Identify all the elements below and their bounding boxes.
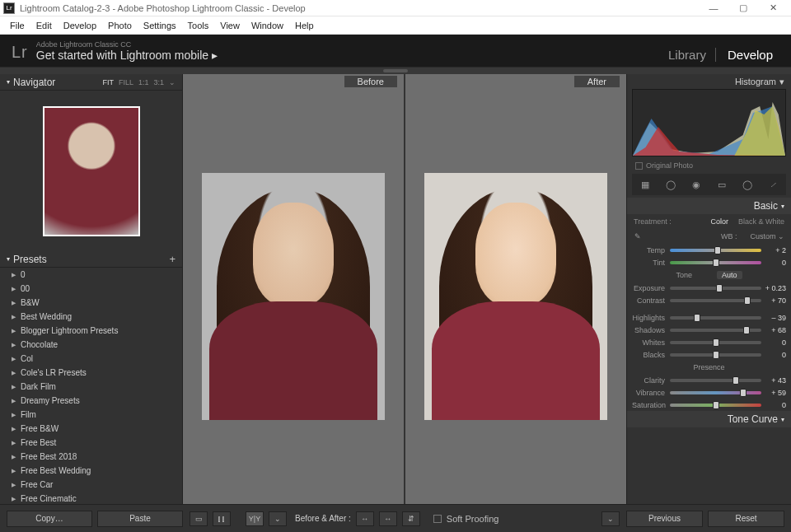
slider-blacks[interactable]: Blacks0 xyxy=(627,348,791,361)
treatment-color[interactable]: Color xyxy=(710,217,728,226)
reset-button[interactable]: Reset xyxy=(708,511,784,527)
slider-handle[interactable] xyxy=(714,246,721,254)
slider-handle[interactable] xyxy=(716,284,723,292)
slider-track[interactable] xyxy=(670,353,761,357)
slider-track[interactable] xyxy=(670,287,761,290)
slider-track[interactable] xyxy=(670,391,761,394)
menu-photo[interactable]: Photo xyxy=(103,19,137,32)
slider-handle[interactable] xyxy=(694,314,700,322)
view-ba-h-icon[interactable]: ⫿⫿ xyxy=(213,511,231,526)
after-photo[interactable] xyxy=(404,89,626,504)
menu-help[interactable]: Help xyxy=(290,19,319,32)
preset-item[interactable]: ▶Best Wedding xyxy=(0,310,182,324)
top-divider[interactable] xyxy=(0,68,791,74)
preset-item[interactable]: ▶Col xyxy=(0,352,182,366)
slider-track[interactable] xyxy=(670,261,761,264)
ba-action1-icon[interactable]: ↔ xyxy=(356,511,374,526)
before-photo[interactable] xyxy=(183,89,404,504)
slider-track[interactable] xyxy=(670,379,761,382)
slider-exposure[interactable]: Exposure+ 0.23 xyxy=(627,282,791,294)
view-ba-split-icon[interactable]: Y|Y xyxy=(246,511,264,526)
zoom-fit[interactable]: FIT xyxy=(102,78,114,86)
preset-item[interactable]: ▶Blogger Lightroom Presets xyxy=(0,324,182,338)
navigator-preview[interactable] xyxy=(0,91,182,251)
brush-icon[interactable]: ⟋ xyxy=(765,176,781,193)
footer-disclose-icon[interactable]: ⌄ xyxy=(601,511,620,526)
presets-header[interactable]: ▾ Presets + xyxy=(0,251,182,268)
menu-window[interactable]: Window xyxy=(246,19,288,32)
slider-highlights[interactable]: Highlights– 39 xyxy=(627,311,791,324)
wb-dropper-icon[interactable]: ✎ xyxy=(630,229,645,244)
slider-vibrance[interactable]: Vibrance+ 59 xyxy=(627,386,791,399)
menu-file[interactable]: File xyxy=(5,19,30,32)
slider-track[interactable] xyxy=(670,316,761,320)
histogram-header[interactable]: Histogram▾ xyxy=(627,74,791,89)
preset-item[interactable]: ▶Film xyxy=(0,408,182,422)
slider-shadows[interactable]: Shadows+ 68 xyxy=(627,324,791,336)
redeye-icon[interactable]: ◉ xyxy=(688,176,704,193)
preset-item[interactable]: ▶Dreamy Presets xyxy=(0,394,182,408)
module-library[interactable]: Library xyxy=(662,48,713,62)
slider-track[interactable] xyxy=(670,329,761,332)
slider-saturation[interactable]: Saturation0 xyxy=(627,399,791,411)
slider-handle[interactable] xyxy=(713,259,719,267)
wb-dropdown[interactable]: Custom ⌄ xyxy=(750,232,784,240)
preset-item[interactable]: ▶0 xyxy=(0,268,182,282)
slider-tint[interactable]: Tint0 xyxy=(627,256,791,268)
preset-item[interactable]: ▶Free Best 2018 xyxy=(0,450,182,464)
view-loupe-icon[interactable]: ▭ xyxy=(190,511,208,526)
ba-dropdown-icon[interactable]: ⌄ xyxy=(269,511,287,526)
treatment-bw[interactable]: Black & White xyxy=(738,217,784,226)
slider-clarity[interactable]: Clarity+ 43 xyxy=(627,374,791,386)
preset-item[interactable]: ▶Dark Film xyxy=(0,380,182,394)
slider-track[interactable] xyxy=(670,341,761,344)
slider-handle[interactable] xyxy=(744,296,751,305)
copy-button[interactable]: Copy… xyxy=(7,511,92,527)
slider-handle[interactable] xyxy=(740,389,747,397)
basic-header[interactable]: Basic▾ xyxy=(627,198,791,214)
preset-item[interactable]: ▶Cole's LR Presets xyxy=(0,366,182,380)
header-cta[interactable]: Get started with Lightroom mobile ▸ xyxy=(36,49,218,62)
window-maximize[interactable]: ▢ xyxy=(728,0,758,16)
window-minimize[interactable]: — xyxy=(699,0,728,16)
tonecurve-header[interactable]: Tone Curve▾ xyxy=(627,411,791,427)
menu-view[interactable]: View xyxy=(215,19,245,32)
previous-button[interactable]: Previous xyxy=(626,511,703,527)
slider-handle[interactable] xyxy=(743,326,750,334)
slider-handle[interactable] xyxy=(732,376,739,385)
preset-item[interactable]: ▶B&W xyxy=(0,296,182,310)
zoom-fill[interactable]: FILL xyxy=(119,78,133,86)
preset-item[interactable]: ▶Free B&W xyxy=(0,422,182,436)
slider-temp[interactable]: Temp+ 2 xyxy=(627,244,791,256)
add-preset-icon[interactable]: + xyxy=(169,253,176,265)
slider-contrast[interactable]: Contrast+ 70 xyxy=(627,294,791,306)
zoom-3-1[interactable]: 3:1 xyxy=(153,78,164,86)
grad-icon[interactable]: ▭ xyxy=(714,176,730,193)
preset-item[interactable]: ▶Free Best xyxy=(0,436,182,450)
preset-item[interactable]: ▶Free Car xyxy=(0,478,182,492)
slider-track[interactable] xyxy=(670,249,761,252)
paste-button[interactable]: Paste xyxy=(97,511,183,527)
module-develop[interactable]: Develop xyxy=(715,48,779,62)
preset-item[interactable]: ▶Free Best Wedding xyxy=(0,464,182,478)
slider-track[interactable] xyxy=(670,299,761,302)
slider-track[interactable] xyxy=(670,404,761,407)
ba-action2-icon[interactable]: ↔ xyxy=(379,511,397,526)
slider-whites[interactable]: Whites0 xyxy=(627,336,791,348)
radial-icon[interactable]: ◯ xyxy=(739,176,756,193)
spot-icon[interactable]: ◯ xyxy=(662,176,679,193)
menu-edit[interactable]: Edit xyxy=(31,19,57,32)
menu-settings[interactable]: Settings xyxy=(138,19,181,32)
histogram[interactable] xyxy=(632,89,786,156)
ba-swap-icon[interactable]: ⇵ xyxy=(402,511,420,526)
zoom-more-icon[interactable]: ⌄ xyxy=(169,78,176,86)
navigator-header[interactable]: ▾ Navigator FIT FILL 1:1 3:1 ⌄ xyxy=(0,74,182,91)
menu-tools[interactable]: Tools xyxy=(183,19,214,32)
crop-icon[interactable]: ▦ xyxy=(637,176,653,193)
window-close[interactable]: ✕ xyxy=(758,0,788,16)
original-photo-toggle[interactable]: Original Photo xyxy=(627,160,791,171)
zoom-1-1[interactable]: 1:1 xyxy=(138,78,149,86)
slider-handle[interactable] xyxy=(713,338,719,347)
auto-button[interactable]: Auto xyxy=(717,271,742,279)
preset-item[interactable]: ▶Chocolate xyxy=(0,338,182,352)
